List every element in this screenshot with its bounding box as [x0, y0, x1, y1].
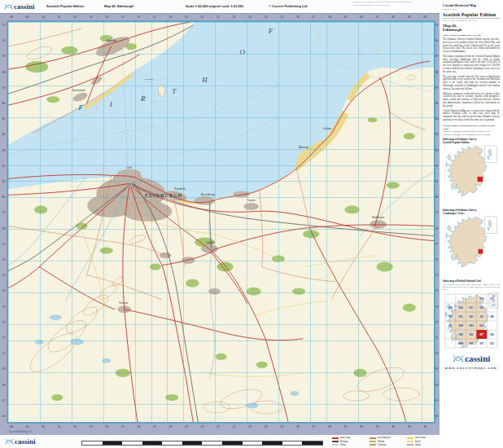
- grid-easting-label: 12: [73, 15, 77, 19]
- scale-bar-segment: [103, 441, 123, 445]
- historical-map-canvas: FIRTHOFEDINBURGHLeithPortobelloMusselbur…: [7, 21, 435, 423]
- grid-easting-label: 28: [328, 425, 331, 428]
- grid-easting-label: 25: [280, 425, 283, 428]
- panel-sublabel: Ordnance Survey: [443, 8, 500, 11]
- grid-northing-label: 87: [435, 86, 439, 90]
- grid-easting-label: 09: [26, 15, 29, 19]
- place-label: Leith: [127, 166, 133, 169]
- scale-bar-segment: [122, 441, 142, 445]
- national-grid-letter: NX: [470, 342, 474, 345]
- sheet-highlight-square: [478, 177, 483, 182]
- legend-label: Sand: [415, 441, 420, 443]
- national-grid-letter: NJ: [480, 315, 483, 318]
- legend-swatch: [407, 437, 413, 439]
- grid-northing-label: 74: [2, 289, 6, 292]
- grid-easting-label: 12: [73, 425, 77, 428]
- place-label: Kirkcaldy: [107, 39, 117, 42]
- legend-swatch: [407, 444, 413, 446]
- sea-label-letter: F: [77, 103, 83, 112]
- grid-easting-label: 10: [42, 15, 45, 19]
- map-copyright-small: © Cassini Publishing Ltd: [7, 430, 31, 433]
- panel-website-url: www.cassinimaps.com: [443, 367, 500, 370]
- grid-northing-label: 67: [435, 399, 439, 402]
- footer-logo-text: cassini: [15, 437, 36, 446]
- panel-range-heading: Cassini Popular Edition maps now availab…: [443, 124, 500, 130]
- legend-swatch: [370, 444, 376, 446]
- legend-item: Contours: [370, 443, 407, 446]
- grid-northing-label: 86: [2, 102, 6, 105]
- grid-northing-label: 68: [2, 384, 6, 387]
- grid-northing-label: 83: [435, 149, 439, 152]
- grid-easting-label: 16: [137, 425, 140, 428]
- index1-heading: Index map of Ordnance SurveyScottish Pop…: [443, 138, 500, 144]
- national-grid-inset-letter: HT: [492, 299, 496, 302]
- grid-easting-label: 15: [121, 15, 125, 19]
- grid-northing-label: 80: [435, 195, 439, 199]
- national-grid-letter: NL: [448, 324, 453, 327]
- panel-paragraph: The coverage extends from the Fife coast…: [443, 76, 500, 91]
- grid-northing-label: 80: [2, 195, 6, 199]
- index-map-national-grid: HYHZNANBNCNDNFNGNHNJNKNLNMNNNONRNSNTNUNW…: [444, 292, 499, 349]
- map-legend: Main roadSecondary rdMinor roadRailwayWo…: [332, 437, 438, 447]
- grid-northing-label: 76: [2, 258, 6, 261]
- sea-label-letter: H: [201, 76, 208, 84]
- grid-easting-label: 34: [423, 425, 426, 428]
- panel-paragraph: Cassini Historical Maps are re-projected…: [443, 110, 500, 122]
- sea-label-letter: F: [268, 27, 273, 35]
- grid-easting-label: 19: [185, 15, 188, 19]
- grid-easting-label: 21: [217, 425, 220, 428]
- panel-cassini-logo: cassini: [443, 353, 500, 365]
- grid-easting-label: 18: [169, 15, 173, 19]
- grid-northing-label: 66: [435, 415, 439, 418]
- national-grid-inset-letter: HU: [492, 304, 495, 307]
- panel-map-name: Edinburgh: [443, 28, 500, 33]
- grid-easting-label: 28: [328, 15, 331, 19]
- index3-note: The National Grid divides Great Britain …: [443, 284, 500, 292]
- legend-swatch: [407, 441, 413, 442]
- grid-northing-label: 86: [435, 102, 439, 105]
- legend-item: Water: [332, 443, 370, 446]
- panel-publication-line: Revised: 1918-1925 Published: 1921-1926: [443, 18, 500, 22]
- grid-northing-label: 88: [435, 71, 439, 74]
- grid-northing-label: 84: [2, 133, 6, 136]
- legend-swatch: [370, 441, 376, 442]
- grid-easting-label: 25: [280, 15, 283, 19]
- scale-bar-segment: [142, 441, 163, 445]
- place-label: Gullane: [323, 127, 332, 130]
- header-scale: Scale 1:50,000 original scale 1:63,360: [186, 4, 243, 8]
- grid-easting-label: 33: [408, 425, 411, 428]
- grid-easting-label: 13: [90, 425, 93, 428]
- panel-kicker: Cassini Historical Map: [443, 3, 500, 7]
- panel-paragraph: This map is reproduced from the Scottish…: [443, 55, 500, 74]
- grid-northing-label: 75: [435, 274, 439, 277]
- grid-easting-label: 17: [153, 15, 156, 19]
- place-label: Burntisland: [72, 89, 85, 92]
- grid-easting-label: 30: [360, 425, 363, 428]
- place-label: Aberlady: [299, 146, 308, 149]
- grid-northing-label: 69: [2, 367, 6, 371]
- sea-label-letter: R: [140, 94, 146, 103]
- panel-scale-line: Scale 1:50,000 (Original scale 1:63,360): [443, 34, 500, 37]
- grid-northing-label: 70: [435, 352, 439, 355]
- national-grid-letter: NM: [459, 324, 463, 327]
- scale-bar-segment: [282, 441, 303, 445]
- scale-bar-segment: [262, 441, 282, 445]
- grid-easting-label: 23: [248, 15, 252, 19]
- grid-northing-label: 79: [435, 211, 439, 214]
- grid-northing-label: 91: [435, 24, 439, 27]
- footer-bar: cassini Main roadSecondary rdMinor roadR…: [0, 435, 440, 448]
- header-series-title: Scottish Popular Edition: [46, 4, 84, 8]
- grid-northing-label: 68: [435, 384, 439, 387]
- legend-item: Urban: [407, 443, 438, 446]
- national-grid-letter: NY: [479, 342, 483, 345]
- grid-northing-label: 70: [2, 352, 6, 355]
- grid-northing-label: 89: [2, 55, 6, 58]
- legend-label: Contours: [378, 444, 387, 446]
- grid-easting-label: 23: [248, 425, 252, 428]
- grid-easting-label: 11: [58, 425, 61, 428]
- place-label: Inchkeith: [144, 77, 154, 81]
- grid-easting-label: 26: [296, 15, 300, 19]
- sea-label-letter: O: [240, 48, 246, 56]
- panel-title: Scottish Popular Edition: [443, 12, 500, 17]
- national-grid-letter: NG: [459, 315, 463, 318]
